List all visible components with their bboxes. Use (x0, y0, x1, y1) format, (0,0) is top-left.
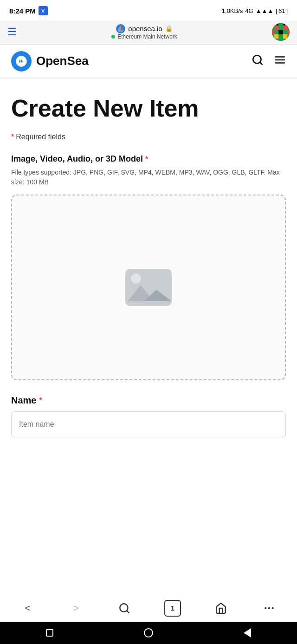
menu-button[interactable] (274, 54, 286, 69)
data-speed: 1.0KB/s (222, 7, 243, 14)
nav-bar: OpenSea (0, 45, 297, 78)
network-name: Ethereum Main Network (117, 33, 177, 40)
more-button[interactable] (257, 596, 281, 620)
media-required-star: * (145, 155, 148, 163)
android-square-icon (46, 629, 53, 637)
svg-rect-5 (283, 34, 288, 39)
brand-name: OpenSea (36, 54, 89, 68)
forward-button[interactable]: > (64, 596, 88, 620)
browser-avatar[interactable] (272, 23, 290, 41)
verify-icon: V (39, 6, 48, 15)
browser-url-area: ⛵ opensea.io 🔒 Ethereum Main Network (22, 24, 266, 40)
signal-bars: ▲▲▲ (256, 7, 274, 14)
back-button[interactable]: < (16, 596, 40, 620)
nav-logo-area: OpenSea (11, 51, 89, 72)
url-text: opensea.io (128, 25, 162, 33)
lock-icon: 🔒 (165, 25, 173, 32)
tabs-button[interactable]: 1 (161, 596, 185, 620)
tab-count: 1 (164, 600, 181, 617)
name-required-star: * (39, 397, 42, 405)
android-nav (0, 622, 297, 644)
required-text: Required fields (16, 133, 65, 141)
browser-bar: ☰ ⛵ opensea.io 🔒 Ethereum Main Network (0, 20, 297, 45)
required-star: * (11, 133, 14, 141)
upload-placeholder (123, 267, 174, 308)
media-section-sublabel: File types supported: JPG, PNG, GIF, SVG… (11, 168, 286, 187)
status-bar: 8:24 PM V 1.0KB/s 4G ▲▲▲ [61] (0, 0, 297, 20)
android-home-button[interactable] (137, 624, 160, 642)
opensea-logo-icon[interactable] (11, 51, 32, 72)
svg-point-23 (271, 607, 273, 609)
svg-line-11 (260, 62, 262, 65)
page-title: Create New Item (11, 95, 286, 122)
status-time-area: 8:24 PM V (9, 6, 48, 15)
name-input[interactable] (11, 411, 286, 437)
eth-network-dot (111, 35, 115, 39)
name-label: Name * (11, 395, 286, 406)
network-type: 4G (245, 7, 253, 14)
svg-rect-6 (272, 30, 274, 34)
android-square-button[interactable] (38, 624, 61, 642)
svg-point-22 (268, 607, 270, 609)
svg-point-21 (265, 607, 266, 609)
status-time: 8:24 PM (9, 7, 36, 15)
svg-rect-3 (278, 30, 283, 34)
svg-rect-8 (277, 23, 279, 26)
media-section-label: Image, Video, Audio, or 3D Model * (11, 154, 286, 164)
svg-rect-9 (283, 23, 285, 26)
nav-icons (252, 54, 286, 69)
file-upload-area[interactable] (11, 195, 286, 380)
battery-icon: [61] (276, 7, 288, 14)
android-back-icon (244, 628, 251, 637)
svg-rect-1 (274, 25, 279, 30)
main-content: Create New Item * Required fields Image,… (0, 78, 297, 454)
browser-menu-icon[interactable]: ☰ (7, 26, 17, 38)
status-right-area: 1.0KB/s 4G ▲▲▲ [61] (222, 7, 288, 14)
android-back-button[interactable] (236, 624, 259, 642)
svg-rect-2 (283, 25, 288, 30)
home-button[interactable] (209, 596, 233, 620)
bottom-nav: < > 1 (0, 594, 297, 622)
opensea-favicon: ⛵ (116, 24, 125, 33)
svg-point-16 (131, 273, 141, 284)
svg-line-20 (127, 611, 129, 613)
name-section: Name * (11, 395, 286, 437)
svg-rect-7 (287, 30, 290, 34)
required-fields-notice: * Required fields (11, 133, 286, 141)
media-section: Image, Video, Audio, or 3D Model * File … (11, 154, 286, 380)
svg-rect-4 (274, 34, 279, 39)
url-row: ⛵ opensea.io 🔒 (116, 24, 172, 33)
browser-search-button[interactable] (112, 596, 136, 620)
search-button[interactable] (252, 54, 264, 69)
network-row: Ethereum Main Network (111, 33, 177, 40)
android-circle-icon (144, 628, 153, 637)
